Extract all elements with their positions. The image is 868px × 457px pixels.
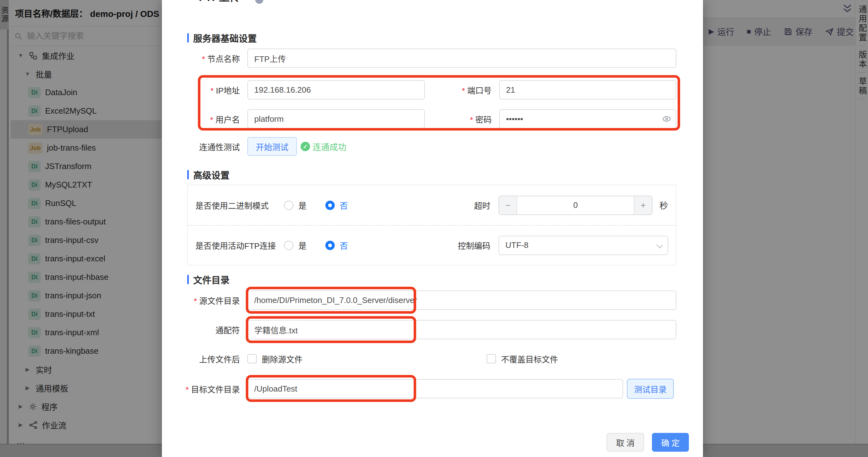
dialog-title-clipped: FTP上传 [199, 0, 240, 4]
active-yes-radio[interactable] [284, 241, 293, 250]
after-upload-label: 上传文件后 [181, 353, 240, 365]
modal-overlay-right [703, 0, 868, 457]
section-title-server: 服务器基础设置 [187, 31, 257, 44]
source-dir-label: 源文件目录 [181, 295, 240, 306]
connectivity-row: 连通性测试 开始测试 连通成功 [181, 137, 346, 156]
timeout-value[interactable]: 0 [517, 196, 634, 215]
section-bar [187, 33, 189, 42]
source-dir-input[interactable] [247, 291, 676, 310]
password-label: 密码 [425, 113, 492, 125]
start-test-button[interactable]: 开始测试 [247, 137, 297, 156]
app-root: 资源 项目名称/数据层： demo-proj / ODS ▼集成作业▼批量DiD… [0, 0, 868, 457]
port-label: 端口号 [425, 84, 492, 96]
user-password-row: 用户名 密码 [181, 109, 676, 129]
wildcard-row: 通配符 [181, 320, 676, 339]
node-name-label: 节点名称 [181, 53, 240, 64]
target-dir-row: 目标文件目录 测试目录 [181, 379, 674, 399]
no-overwrite-checkbox[interactable] [487, 354, 496, 363]
active-yes-label: 是 [299, 239, 307, 251]
active-no-label: 否 [340, 239, 348, 251]
after-upload-row: 上传文件后 删除源文件 不覆盖目标文件 [181, 349, 694, 368]
cancel-button[interactable]: 取 消 [607, 433, 644, 452]
delete-source-checkbox[interactable] [247, 354, 257, 363]
section-title-advanced: 高级设置 [187, 168, 229, 181]
stepper-minus-button[interactable]: − [499, 196, 517, 215]
target-dir-input[interactable] [247, 379, 623, 398]
password-input[interactable] [499, 109, 676, 129]
binary-no-radio[interactable] [326, 201, 335, 210]
ip-port-row: IP地址 端口号 [181, 80, 676, 100]
timeout-unit: 秒 [659, 199, 668, 211]
connection-status: 连通成功 [301, 140, 346, 153]
modal-overlay-left [0, 0, 162, 457]
ftp-upload-dialog: FTP上传 服务器基础设置 节点名称 IP地址 端口号 用户名 密码 [162, 0, 703, 457]
active-ftp-label: 是否使用活动FTP连接 [195, 239, 284, 251]
ok-button[interactable]: 确 定 [652, 433, 689, 452]
binary-yes-label: 是 [299, 199, 307, 211]
section-bar [187, 275, 189, 284]
delete-source-label: 删除源文件 [262, 353, 303, 365]
check-circle-icon [301, 142, 310, 151]
active-no-radio[interactable] [326, 241, 335, 250]
username-input[interactable] [247, 109, 425, 129]
binary-mode-row: 是否使用二进制模式 是 否 超时 − 0 + 秒 [188, 185, 676, 225]
section-title-dirs: 文件目录 [187, 273, 229, 286]
section-bar [187, 170, 189, 179]
ip-input[interactable] [247, 80, 425, 100]
test-dir-button[interactable]: 测试目录 [627, 379, 674, 399]
binary-yes-radio[interactable] [284, 201, 293, 210]
source-dir-row: 源文件目录 [181, 291, 676, 310]
eye-icon[interactable] [662, 114, 671, 125]
binary-mode-label: 是否使用二进制模式 [195, 199, 284, 211]
encoding-select[interactable]: UTF-8 [498, 236, 668, 255]
dialog-footer: 取 消 确 定 [162, 433, 703, 452]
node-name-input[interactable] [247, 48, 676, 68]
no-overwrite-label: 不覆盖目标文件 [501, 353, 558, 365]
help-icon[interactable] [255, 0, 264, 4]
advanced-settings-box: 是否使用二进制模式 是 否 超时 − 0 + 秒 是否使用活动FTP连接 [187, 185, 676, 265]
active-ftp-row: 是否使用活动FTP连接 是 否 控制编码 UTF-8 [188, 225, 676, 265]
wildcard-input[interactable] [247, 320, 676, 339]
stepper-plus-button[interactable]: + [634, 196, 652, 215]
node-name-row: 节点名称 [181, 48, 676, 68]
encoding-label: 控制编码 [453, 239, 490, 251]
port-input[interactable] [499, 80, 676, 100]
ip-label: IP地址 [181, 84, 240, 96]
target-dir-label: 目标文件目录 [181, 383, 240, 395]
chevron-down-icon [656, 242, 662, 248]
connectivity-label: 连通性测试 [181, 141, 240, 153]
username-label: 用户名 [181, 113, 240, 125]
timeout-label: 超时 [453, 199, 490, 211]
wildcard-label: 通配符 [181, 324, 240, 335]
binary-no-label: 否 [340, 199, 348, 211]
timeout-stepper: − 0 + [498, 196, 653, 215]
